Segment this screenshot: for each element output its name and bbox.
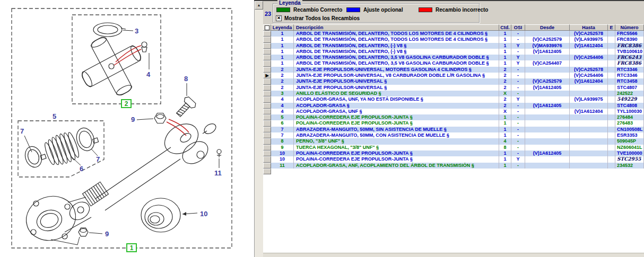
cell-leyenda[interactable]: 5 xyxy=(271,114,294,120)
row-selector[interactable]: ▶ xyxy=(263,73,271,78)
cell-osi[interactable]: - xyxy=(511,114,525,120)
cell-e[interactable] xyxy=(608,43,615,49)
cell-hasta[interactable] xyxy=(570,103,608,109)
cell-leyenda[interactable]: 1 xyxy=(271,49,294,55)
row-selector[interactable] xyxy=(263,132,271,138)
cell-desde[interactable] xyxy=(525,109,570,114)
cell-osi[interactable]: - xyxy=(511,150,525,156)
cell-desde[interactable]: (V)CA254407 xyxy=(525,60,570,66)
col-header-ctd[interactable]: Ctd. xyxy=(499,24,511,31)
cell-numero[interactable]: STC4807 xyxy=(615,85,644,91)
row-selector[interactable] xyxy=(263,55,271,60)
cell-descripcion[interactable]: POLAINA-CORREDERA EJE PROPULSOR-JUNTA § xyxy=(294,150,499,156)
cell-leyenda[interactable]: 4 xyxy=(271,96,294,102)
cell-numero[interactable]: STC4808 xyxy=(615,103,644,109)
row-selector[interactable] xyxy=(263,37,271,42)
cell-desde[interactable] xyxy=(525,132,570,138)
row-selector[interactable] xyxy=(263,120,271,126)
cell-leyenda[interactable]: 10 xyxy=(271,156,294,162)
cell-osi[interactable]: - xyxy=(511,73,525,78)
cell-e[interactable] xyxy=(608,78,615,84)
cell-ctd[interactable]: 1 xyxy=(499,43,511,49)
cell-numero[interactable]: FRC5566 xyxy=(615,31,644,37)
cell-hasta[interactable] xyxy=(570,150,608,156)
cell-osi[interactable]: - xyxy=(511,91,525,96)
cell-descripcion[interactable]: ACOPLADOR-GRASA, UNF § xyxy=(294,109,499,114)
row-selector[interactable] xyxy=(263,150,271,156)
row-selector[interactable] xyxy=(263,67,271,73)
cell-desde[interactable]: (V)1A612405 xyxy=(525,85,570,91)
cell-leyenda[interactable]: 2 xyxy=(271,73,294,78)
cell-leyenda[interactable]: 1 xyxy=(271,60,294,66)
cell-leyenda[interactable]: 4 xyxy=(271,109,294,114)
cell-ctd[interactable]: 1 xyxy=(499,49,511,55)
cell-hasta[interactable] xyxy=(570,163,608,169)
cell-hasta[interactable]: (V)LA939975 xyxy=(570,96,608,102)
cell-e[interactable] xyxy=(608,67,615,73)
cell-numero[interactable]: 234532 xyxy=(615,163,644,169)
cell-e[interactable] xyxy=(608,96,615,102)
col-header-e[interactable]: E xyxy=(608,24,615,31)
cell-numero[interactable]: 276484 xyxy=(615,114,644,120)
row-selector[interactable] xyxy=(263,138,271,144)
cell-numero[interactable]: FRC8386 xyxy=(615,43,644,49)
cell-descripcion[interactable]: ACOPLADOR-GRASA § xyxy=(294,103,499,109)
row-selector[interactable] xyxy=(263,91,271,96)
cell-desde[interactable]: (V)MA939976 xyxy=(525,43,570,49)
cell-ctd[interactable]: 1 xyxy=(499,132,511,138)
cell-numero[interactable]: RTC3458 xyxy=(615,78,644,84)
cell-hasta[interactable]: (V)CA254406 xyxy=(570,73,608,78)
cell-e[interactable] xyxy=(608,163,615,169)
show-all-parts-checkbox[interactable]: ✕ xyxy=(276,15,282,21)
cell-leyenda[interactable]: 2 xyxy=(271,67,294,73)
cell-numero[interactable]: TVB100610 xyxy=(615,49,644,55)
col-header-hasta[interactable]: Hasta xyxy=(570,24,608,31)
cell-leyenda[interactable]: 8 xyxy=(271,138,294,144)
cell-ctd[interactable]: 2 xyxy=(499,96,511,102)
cell-desde[interactable] xyxy=(525,163,570,169)
cell-numero[interactable]: 242522 xyxy=(615,91,644,96)
cell-desde[interactable] xyxy=(525,96,570,102)
cell-leyenda[interactable]: 4 xyxy=(271,103,294,109)
cell-ctd[interactable]: 8 xyxy=(499,145,511,150)
cell-hasta[interactable] xyxy=(570,85,608,91)
row-selector[interactable] xyxy=(263,163,271,169)
cell-ctd[interactable]: 1 xyxy=(499,31,511,37)
cell-leyenda[interactable]: 7 xyxy=(271,132,294,138)
row-selector[interactable] xyxy=(263,156,271,162)
cell-osi[interactable]: - xyxy=(511,127,525,132)
cell-leyenda[interactable]: 2 xyxy=(271,78,294,84)
cell-osi[interactable]: Y xyxy=(511,55,525,60)
cell-descripcion[interactable]: POLAINA-CORREDERA EJE PROPULSOR-JUNTA § xyxy=(294,120,499,126)
col-header-numero[interactable]: Número xyxy=(615,24,644,31)
cell-descripcion[interactable]: ARBOL DE TRANSMISIÓN, DELANTERO, 3,5 V8 … xyxy=(294,55,499,60)
cell-e[interactable] xyxy=(608,55,615,60)
cell-descripcion[interactable]: POLAINA-CORREDERA EJE PROPULSOR-JUNTA § xyxy=(294,114,499,120)
cell-descripcion[interactable]: JUNTA-EJE PROPULSOR-UNIVERSAL, V8 CARBUR… xyxy=(294,73,499,78)
cell-osi[interactable]: - xyxy=(511,78,525,84)
cell-e[interactable] xyxy=(608,109,615,114)
cell-descripcion[interactable]: JUNTA-EJE PROPULSOR-UNIVERSAL § xyxy=(294,85,499,91)
row-selector[interactable] xyxy=(263,49,271,55)
cell-osi[interactable]: - xyxy=(511,103,525,109)
cell-numero[interactable]: RTC3346 xyxy=(615,73,644,78)
cell-descripcion[interactable]: PERNO, "3/8" UNF" § xyxy=(294,138,499,144)
cell-leyenda[interactable]: 1 xyxy=(271,31,294,37)
col-header-leyenda[interactable]: Leyenda xyxy=(271,24,294,31)
cell-hasta[interactable] xyxy=(570,132,608,138)
cell-osi[interactable]: Y xyxy=(511,60,525,66)
cell-ctd[interactable]: 2 xyxy=(499,78,511,84)
row-selector[interactable] xyxy=(263,96,271,102)
cell-leyenda[interactable]: 9 xyxy=(271,145,294,150)
cell-hasta[interactable]: (V)1A612404 xyxy=(570,43,608,49)
cell-leyenda[interactable]: 3 xyxy=(271,91,294,96)
select-all-cell[interactable] xyxy=(263,24,271,31)
cell-desde[interactable] xyxy=(525,156,570,162)
cell-leyenda[interactable]: 1 xyxy=(271,37,294,42)
col-header-descripcion[interactable]: Descripción xyxy=(294,24,499,31)
cell-numero[interactable]: TYL100030 xyxy=(615,109,644,114)
cell-osi[interactable]: - xyxy=(511,163,525,169)
cell-descripcion[interactable]: ARBOL DE TRANSMISIÓN, DELANTERO, 3,5 V8 … xyxy=(294,60,499,66)
select-all-checkbox[interactable] xyxy=(265,25,269,30)
cell-ctd[interactable]: 1 xyxy=(499,37,511,42)
